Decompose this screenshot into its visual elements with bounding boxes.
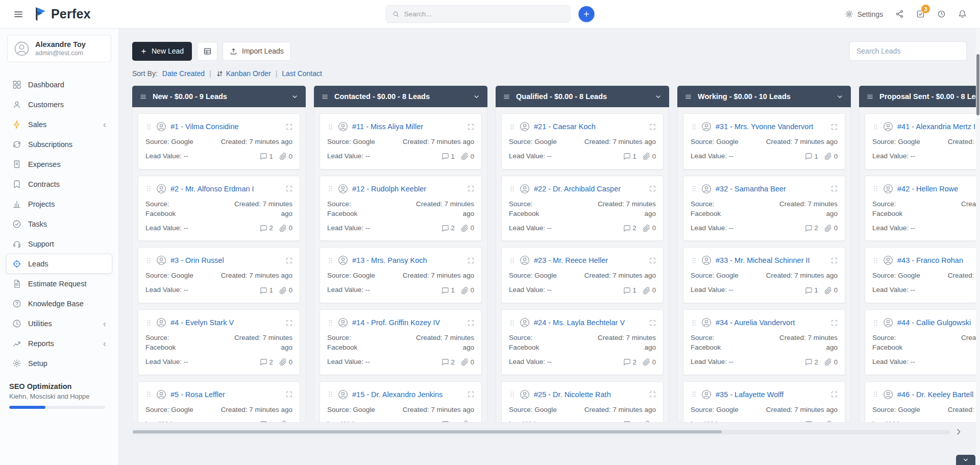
lead-card[interactable]: #46 - Dr. Keeley Bartell Source: Google … [865, 381, 980, 423]
new-lead-button[interactable]: New Lead [132, 42, 192, 61]
user-profile-card[interactable]: Alexandre Toy admin@test.com [7, 35, 111, 62]
lead-card[interactable]: #43 - Franco Rohan Source: Google Create… [865, 247, 980, 303]
kanban-column-body[interactable]: #41 - Alexandria Mertz I Source: Google … [859, 107, 980, 423]
drag-handle-icon[interactable] [145, 391, 152, 398]
lead-card[interactable]: #3 - Orin Russel Source: Google Created:… [138, 247, 300, 303]
lead-card[interactable]: #31 - Mrs. Yvonne Vandervort Source: Goo… [683, 113, 845, 169]
drag-handle-icon[interactable] [691, 391, 697, 398]
lead-card[interactable]: #13 - Mrs. Pansy Koch Source: Google Cre… [320, 247, 482, 303]
lead-name-link[interactable]: #42 - Hellen Rowe [897, 185, 980, 193]
lead-card[interactable]: #2 - Mr. Alfonso Erdman I Source: Facebo… [138, 176, 300, 241]
lead-card[interactable]: #24 - Ms. Layla Bechtelar V Source: Face… [501, 309, 664, 375]
expand-card-icon[interactable] [831, 124, 838, 130]
drag-handle-icon[interactable] [691, 320, 697, 326]
project-widget[interactable]: SEO Optimization Kiehn, Mosciski and Hop… [9, 382, 109, 409]
sort-direction-icon[interactable] [216, 70, 224, 78]
sort-last-contact-link[interactable]: Last Contact [282, 69, 322, 78]
drag-handle-icon[interactable] [509, 124, 516, 130]
chevron-down-icon[interactable] [473, 93, 480, 101]
search-leads-input[interactable] [849, 41, 967, 61]
expand-card-icon[interactable] [286, 320, 292, 326]
timers-button[interactable] [937, 10, 946, 18]
global-search-input[interactable] [404, 10, 564, 18]
drag-handle-icon[interactable] [327, 257, 334, 264]
column-reorder-icon[interactable] [866, 93, 874, 101]
lead-name-link[interactable]: #32 - Samantha Beer [716, 185, 827, 193]
notifications-button[interactable] [958, 10, 967, 18]
lead-card[interactable]: #1 - Vilma Considine Source: Google Crea… [138, 113, 300, 169]
drag-handle-icon[interactable] [145, 320, 152, 326]
expand-card-icon[interactable] [649, 320, 656, 326]
sidebar-item-knowledge-base[interactable]: Knowledge Base [6, 293, 112, 313]
sidebar-item-leads[interactable]: Leads [6, 254, 112, 274]
expand-card-icon[interactable] [468, 185, 474, 192]
expand-card-icon[interactable] [468, 391, 474, 398]
sidebar-item-subscriptions[interactable]: Subscriptions [6, 134, 112, 154]
lead-card[interactable]: #25 - Dr. Nicolette Rath Source: Google … [501, 381, 664, 423]
lead-name-link[interactable]: #3 - Orin Russel [170, 256, 282, 264]
lead-name-link[interactable]: #41 - Alexandria Mertz I [897, 123, 980, 131]
lead-name-link[interactable]: #13 - Mrs. Pansy Koch [352, 256, 463, 264]
lead-card[interactable]: #4 - Evelyn Stark V Source: Facebook Cre… [138, 309, 300, 375]
drag-handle-icon[interactable] [872, 257, 879, 264]
app-logo[interactable]: Perfex [34, 7, 91, 21]
board-scrollbar-thumb[interactable] [133, 430, 722, 433]
lead-card[interactable]: #44 - Callie Gulgowski Source: Facebook … [865, 309, 980, 375]
sidebar-item-sales[interactable]: Sales‹ [6, 114, 112, 134]
expand-card-icon[interactable] [286, 185, 292, 192]
drag-handle-icon[interactable] [872, 124, 879, 130]
lead-name-link[interactable]: #21 - Caesar Koch [534, 123, 645, 131]
drag-handle-icon[interactable] [145, 257, 152, 264]
kanban-column-body[interactable]: #21 - Caesar Koch Source: Google Created… [496, 107, 669, 423]
kanban-column-header[interactable]: Proposal Sent - $0.00 - 8 Leads [859, 86, 980, 107]
drag-handle-icon[interactable] [145, 124, 152, 130]
drag-handle-icon[interactable] [691, 257, 697, 264]
drag-handle-icon[interactable] [691, 124, 697, 130]
lead-card[interactable]: #14 - Prof. Griffin Kozey IV Source: Fac… [320, 309, 482, 375]
sidebar-item-support[interactable]: Support [6, 234, 112, 254]
lead-name-link[interactable]: #22 - Dr. Archibald Casper [534, 185, 645, 193]
lead-name-link[interactable]: #14 - Prof. Griffin Kozey IV [352, 319, 463, 327]
share-button[interactable] [895, 10, 904, 18]
expand-card-icon[interactable] [468, 257, 474, 264]
list-view-button[interactable] [197, 42, 217, 61]
sidebar-item-setup[interactable]: Setup [6, 353, 112, 373]
lead-name-link[interactable]: #35 - Lafayette Wolff [716, 390, 827, 399]
expand-card-icon[interactable] [468, 124, 474, 130]
lead-card[interactable]: #41 - Alexandria Mertz I Source: Google … [865, 113, 980, 169]
lead-card[interactable]: #32 - Samantha Beer Source: Facebook Cre… [683, 176, 845, 241]
expand-card-icon[interactable] [286, 257, 292, 264]
sidebar-item-tasks[interactable]: Tasks [6, 214, 112, 234]
lead-name-link[interactable]: #1 - Vilma Considine [170, 123, 282, 131]
global-search[interactable] [386, 5, 571, 23]
settings-button[interactable]: Settings [845, 10, 883, 18]
sort-date-created-link[interactable]: Date Created [162, 69, 205, 78]
drag-handle-icon[interactable] [872, 320, 879, 326]
drag-handle-icon[interactable] [327, 320, 334, 326]
lead-name-link[interactable]: #43 - Franco Rohan [897, 256, 980, 264]
lead-card[interactable]: #23 - Mr. Reece Heller Source: Google Cr… [501, 247, 664, 303]
lead-name-link[interactable]: #23 - Mr. Reece Heller [534, 256, 645, 264]
expand-card-icon[interactable] [831, 320, 838, 326]
lead-card[interactable]: #22 - Dr. Archibald Casper Source: Faceb… [501, 176, 664, 241]
lead-name-link[interactable]: #11 - Miss Aliya Miller [352, 123, 463, 131]
kanban-column-header[interactable]: Contacted - $0.00 - 8 Leads [314, 86, 487, 107]
lead-card[interactable]: #15 - Dr. Alexandro Jenkins Source: Goog… [320, 381, 482, 423]
lead-card[interactable]: #12 - Rudolph Keebler Source: Facebook C… [320, 176, 482, 241]
drag-handle-icon[interactable] [509, 320, 516, 326]
sidebar-item-dashboard[interactable]: Dashboard [6, 75, 112, 94]
kanban-column-header[interactable]: New - $0.00 - 9 Leads [132, 86, 306, 107]
lead-card[interactable]: #33 - Mr. Micheal Schinner II Source: Go… [683, 247, 845, 303]
drag-handle-icon[interactable] [509, 185, 516, 192]
drag-handle-icon[interactable] [872, 185, 879, 192]
lead-card[interactable]: #42 - Hellen Rowe Source: Facebook Creat… [865, 176, 980, 241]
expand-card-icon[interactable] [831, 185, 838, 192]
chevron-down-icon[interactable] [291, 93, 299, 101]
drag-handle-icon[interactable] [509, 391, 516, 398]
drag-handle-icon[interactable] [872, 391, 879, 398]
sidebar-item-reports[interactable]: Reports‹ [6, 333, 112, 353]
quick-add-button[interactable] [579, 6, 595, 22]
column-reorder-icon[interactable] [321, 93, 329, 101]
lead-card[interactable]: #21 - Caesar Koch Source: Google Created… [501, 113, 664, 169]
chevron-down-icon[interactable] [654, 93, 662, 101]
